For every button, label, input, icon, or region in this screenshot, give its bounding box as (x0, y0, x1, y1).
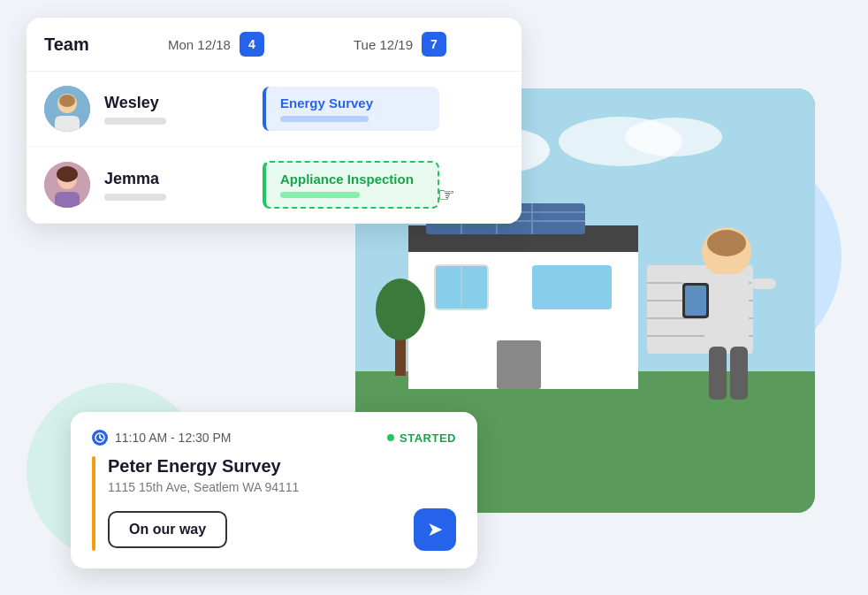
navigate-icon: ➤ (427, 518, 443, 541)
on-our-way-button[interactable]: On our way (108, 511, 227, 548)
date1-text: Mon 12/18 (168, 37, 231, 52)
person-sub-jemma (104, 194, 166, 201)
navigate-button[interactable]: ➤ (414, 508, 456, 551)
status-dot-icon (387, 434, 394, 441)
svg-rect-17 (532, 265, 612, 309)
person-name-wesley: Wesley (104, 94, 184, 112)
person-name-jemma: Jemma (104, 170, 184, 188)
avatar-jemma (44, 162, 90, 208)
svg-rect-28 (704, 274, 749, 349)
svg-rect-18 (497, 340, 541, 389)
person-sub-wesley (104, 118, 166, 125)
status-badge: STARTED (387, 431, 456, 445)
person-info-jemma: Jemma (104, 170, 184, 201)
schedule-area-jemma: Appliance Inspection ☞ (198, 161, 504, 209)
date2-badge[interactable]: 7 (422, 32, 446, 57)
job-time: 11:10 AM - 12:30 PM (92, 430, 232, 446)
event-energy-sub (280, 116, 369, 122)
svg-rect-38 (55, 116, 80, 132)
time-text: 11:10 AM - 12:30 PM (115, 431, 232, 445)
team-rows: Wesley Energy Survey Jem (27, 72, 522, 224)
svg-point-25 (376, 278, 425, 340)
date-col-1: Mon 12/18 4 (168, 32, 318, 57)
detail-actions: On our way ➤ (108, 508, 456, 551)
event-appliance-inspection[interactable]: Appliance Inspection ☞ (263, 161, 439, 209)
team-schedule-card: Team Mon 12/18 4 Tue 12/19 7 Wesley (27, 18, 522, 224)
detail-top-row: 11:10 AM - 12:30 PM STARTED (92, 430, 456, 446)
svg-rect-33 (709, 347, 727, 400)
detail-body: Peter Energy Survey 1115 15th Ave, Seatl… (92, 456, 456, 551)
svg-point-27 (707, 230, 746, 256)
svg-rect-32 (685, 286, 706, 316)
event-energy-title: Energy Survey (280, 95, 425, 111)
date2-text: Tue 12/19 (354, 37, 413, 52)
svg-rect-42 (55, 192, 80, 208)
job-address: 1115 15th Ave, Seatlem WA 94111 (108, 480, 456, 494)
cursor-hand-icon: ☞ (438, 184, 455, 207)
svg-point-4 (625, 118, 722, 156)
avatar-wesley (44, 86, 90, 132)
person-info-wesley: Wesley (104, 94, 184, 125)
job-title: Peter Energy Survey (108, 456, 456, 477)
schedule-area-wesley: Energy Survey (198, 87, 504, 131)
team-row-wesley: Wesley Energy Survey (27, 72, 522, 147)
svg-point-41 (57, 166, 78, 182)
svg-line-45 (100, 438, 103, 439)
status-text: STARTED (400, 431, 456, 445)
date-col-2: Tue 12/19 7 (354, 32, 504, 57)
detail-content: Peter Energy Survey 1115 15th Ave, Seatl… (108, 456, 456, 551)
svg-rect-30 (751, 278, 776, 289)
team-row-jemma: Jemma Appliance Inspection ☞ (27, 147, 522, 224)
yellow-bar-indicator (92, 456, 95, 551)
team-card-header: Team Mon 12/18 4 Tue 12/19 7 (27, 18, 522, 72)
event-appliance-title: Appliance Inspection (280, 172, 423, 187)
event-energy-survey[interactable]: Energy Survey (263, 87, 439, 131)
event-appliance-sub (280, 192, 360, 198)
team-title: Team (44, 34, 133, 55)
job-detail-card: 11:10 AM - 12:30 PM STARTED Peter Energy… (71, 412, 477, 568)
date1-badge[interactable]: 4 (240, 32, 264, 57)
clock-icon (92, 430, 108, 446)
svg-point-37 (59, 95, 75, 107)
svg-rect-34 (730, 347, 748, 400)
